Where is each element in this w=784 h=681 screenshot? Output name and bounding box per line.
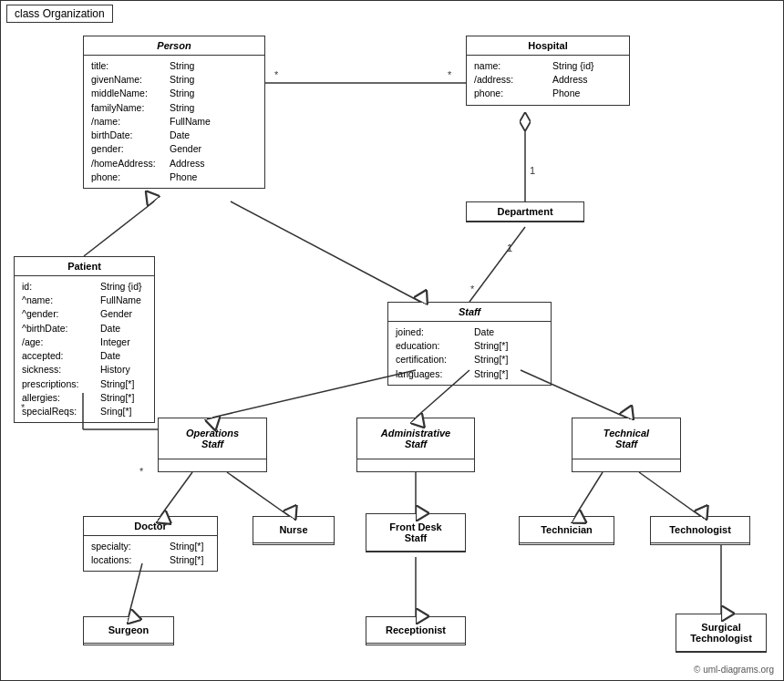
technician-name: Technician xyxy=(520,517,614,543)
svg-line-20 xyxy=(639,472,700,516)
svg-line-10 xyxy=(469,227,525,302)
front-desk-staff-name: Front DeskStaff xyxy=(366,514,465,552)
technologist-name: Technologist xyxy=(651,517,749,543)
surgical-technologist-name: SurgicalTechnologist xyxy=(676,614,766,652)
class-person: Person title:String givenName:String mid… xyxy=(83,36,265,189)
class-administrative-staff: AdministrativeStaff xyxy=(356,418,475,472)
svg-text:*: * xyxy=(470,284,475,294)
svg-text:*: * xyxy=(274,69,279,80)
staff-name: Staff xyxy=(388,303,551,322)
department-name: Department xyxy=(467,202,583,222)
svg-line-17 xyxy=(227,472,289,516)
svg-line-19 xyxy=(575,472,603,516)
diagram-title: class Organization xyxy=(6,5,113,23)
operations-staff-name: OperationsStaff xyxy=(159,418,266,459)
class-receptionist: Receptionist xyxy=(366,616,466,645)
technical-staff-name: TechnicalStaff xyxy=(573,418,680,459)
class-technical-staff: TechnicalStaff xyxy=(572,418,681,472)
svg-line-16 xyxy=(160,472,192,516)
class-patient: Patient id:String {id} ^name:FullName ^g… xyxy=(14,256,155,423)
patient-attrs: id:String {id} ^name:FullName ^gender:Ge… xyxy=(15,276,154,422)
class-operations-staff: OperationsStaff xyxy=(158,418,267,472)
staff-attrs: joined:Date education:String[*] certific… xyxy=(388,322,551,385)
nurse-name: Nurse xyxy=(253,517,334,543)
class-technician: Technician xyxy=(519,516,614,545)
doctor-name: Doctor xyxy=(84,517,217,536)
svg-line-13 xyxy=(212,370,416,418)
diagram-container: class Organization Person title:String g… xyxy=(0,0,784,681)
class-doctor: Doctor specialty:String[*] locations:Str… xyxy=(83,516,218,572)
administrative-staff-name: AdministrativeStaff xyxy=(357,418,474,459)
class-hospital: Hospital name:String {id} /address:Addre… xyxy=(466,36,630,106)
svg-text:*: * xyxy=(139,466,144,477)
person-name: Person xyxy=(84,36,264,56)
class-nurse: Nurse xyxy=(253,516,335,545)
surgeon-name: Surgeon xyxy=(84,617,173,644)
person-attrs: title:String givenName:String middleName… xyxy=(84,56,264,188)
class-front-desk-staff: Front DeskStaff xyxy=(366,513,466,552)
svg-line-4 xyxy=(231,201,420,302)
class-department: Department xyxy=(466,201,584,222)
doctor-attrs: specialty:String[*] locations:String[*] xyxy=(84,536,217,571)
class-surgeon: Surgeon xyxy=(83,616,174,645)
copyright: © uml-diagrams.org xyxy=(694,665,774,675)
hospital-attrs: name:String {id} /address:Address phone:… xyxy=(467,56,629,105)
svg-text:1: 1 xyxy=(507,242,512,253)
svg-text:1: 1 xyxy=(530,165,535,176)
svg-line-3 xyxy=(84,201,154,256)
class-surgical-technologist: SurgicalTechnologist xyxy=(676,614,767,653)
svg-text:*: * xyxy=(448,69,452,80)
class-technologist: Technologist xyxy=(650,516,750,545)
hospital-name: Hospital xyxy=(467,36,629,56)
patient-name: Patient xyxy=(15,257,154,276)
class-staff: Staff joined:Date education:String[*] ce… xyxy=(387,302,552,386)
receptionist-name: Receptionist xyxy=(366,617,465,644)
